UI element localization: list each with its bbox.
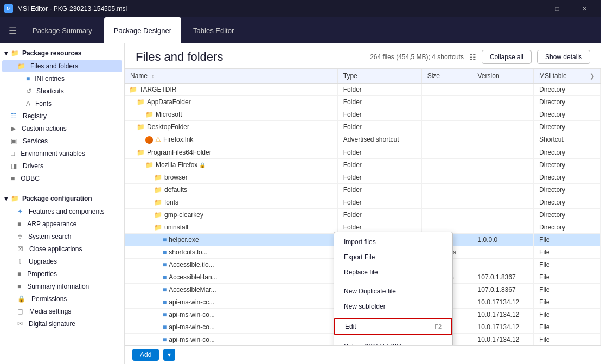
sidebar-item-fonts[interactable]: A Fonts	[2, 98, 122, 110]
context-menu-item-export-file[interactable]: Export File	[334, 250, 452, 265]
context-menu-item-replace-file[interactable]: Replace file	[334, 265, 452, 280]
row-file-icon: ■	[163, 273, 167, 281]
row-folder-icon: 📁	[137, 123, 145, 131]
sidebar-item-summary-info[interactable]: ■ Summary information	[2, 280, 122, 292]
table-row[interactable]: 📁ProgramFiles64FolderFolderDirectory	[125, 146, 601, 158]
cell-name: ■AccessibleHan...	[125, 271, 337, 283]
cell-type: Folder	[337, 108, 421, 121]
row-folder-icon: 📁	[154, 211, 162, 219]
cell-extra	[584, 333, 600, 345]
cell-extra	[584, 233, 600, 246]
col-scroll-right[interactable]: ❯	[584, 69, 600, 84]
sidebar-item-ini-entries[interactable]: ■ INI entries	[2, 73, 122, 85]
cell-version	[472, 221, 534, 233]
table-row[interactable]: 📁MicrosoftFolderDirectory	[125, 108, 601, 121]
sidebar-item-permissions[interactable]: 🔒 Permissions	[2, 293, 122, 305]
table-row[interactable]: 📁fontsFolderDirectory	[125, 196, 601, 208]
hamburger-menu[interactable]: ☰	[4, 21, 21, 40]
context-menu-item-import-files[interactable]: Import files	[334, 234, 452, 250]
cell-version	[472, 84, 534, 96]
app-icon: M	[4, 4, 13, 13]
col-header-version[interactable]: Version	[472, 69, 534, 84]
sidebar-item-properties[interactable]: ■ Properties	[2, 268, 122, 280]
upgrades-icon: ⇧	[17, 258, 23, 265]
main-content: Files and folders 264 files (454,5 MB); …	[125, 43, 601, 364]
sidebar-item-odbc[interactable]: ■ ODBC	[2, 173, 122, 184]
close-app-icon: ☒	[17, 245, 23, 253]
cell-name: 📁ProgramFiles64Folder	[125, 146, 337, 158]
odbc-icon: ■	[11, 175, 15, 182]
row-file-icon: ■	[163, 336, 167, 343]
table-row[interactable]: 📁Mozilla Firefox🔒FolderDirectory	[125, 158, 601, 171]
table-row[interactable]: 📁DesktopFolderFolderDirectory	[125, 121, 601, 133]
sidebar-item-custom-actions[interactable]: ▶ Custom actions	[2, 123, 122, 135]
sidebar-item-env-vars[interactable]: □ Environment variables	[2, 148, 122, 159]
row-folder-icon: 📁	[154, 186, 162, 194]
col-header-size[interactable]: Size	[421, 69, 472, 84]
col-header-msi[interactable]: MSI table	[534, 69, 584, 84]
table-row[interactable]: 📁gmp-clearkeyFolderDirectory	[125, 208, 601, 221]
files-header: Files and folders 264 files (454,5 MB); …	[125, 43, 601, 69]
cell-msi-table: Directory	[534, 96, 584, 108]
cell-name: ■shortcuts.lo...	[125, 246, 337, 258]
add-dropdown-button[interactable]: ▾	[163, 349, 175, 361]
cell-size	[421, 108, 472, 121]
cell-msi-table: File	[534, 283, 584, 296]
cell-type: Advertised shortcut	[337, 133, 421, 146]
cell-type: Folder	[337, 196, 421, 208]
col-header-type[interactable]: Type	[337, 69, 421, 84]
cell-version: 10.0.17134.12	[472, 296, 534, 308]
registry-icon: ☷	[11, 112, 17, 120]
sidebar-item-upgrades[interactable]: ⇧ Upgrades	[2, 256, 122, 267]
main-layout: ▾ 📁 Package resources 📁 Files and folder…	[0, 43, 601, 364]
sidebar-item-shortcuts[interactable]: ↺ Shortcuts	[2, 85, 122, 97]
cell-version: 107.0.1.8367	[472, 271, 534, 283]
sidebar-item-features-components[interactable]: ✦ Features and components	[2, 206, 122, 218]
row-folder-icon: 📁	[145, 111, 154, 118]
table-row[interactable]: 📁TARGETDIRFolderDirectory	[125, 84, 601, 96]
name-sort-icon[interactable]: ↕	[151, 73, 154, 79]
table-row[interactable]: ⚠Firefox.lnkAdvertised shortcutShortcut	[125, 133, 601, 146]
cell-msi-table: File	[534, 246, 584, 258]
sidebar-item-registry[interactable]: ☷ Registry	[2, 110, 122, 122]
sidebar-item-files-and-folders[interactable]: 📁 Files and folders	[2, 60, 122, 72]
media-icon: ▢	[17, 308, 23, 315]
filter-icon[interactable]: ☷	[469, 53, 476, 61]
add-button[interactable]: Add	[132, 349, 159, 361]
minimize-button[interactable]: −	[517, 0, 542, 17]
context-menu-item-new-subfolder[interactable]: New subfolder	[334, 299, 452, 314]
context-menu-item-edit[interactable]: Edit F2	[334, 318, 452, 335]
cell-name: ■AccessibleMar...	[125, 283, 337, 296]
sidebar-item-services[interactable]: ▣ Services	[2, 135, 122, 147]
sidebar-item-arp[interactable]: ■ ARP appearance	[2, 218, 122, 230]
sidebar-item-system-search[interactable]: ♰ System search	[2, 231, 122, 242]
table-row[interactable]: 📁AppDataFolderFolderDirectory	[125, 96, 601, 108]
tab-package-designer[interactable]: Package Designer	[104, 17, 181, 43]
tab-package-summary[interactable]: Package Summary	[23, 17, 102, 43]
cell-msi-table: Directory	[534, 108, 584, 121]
table-row[interactable]: 📁defaultsFolderDirectory	[125, 183, 601, 196]
table-row[interactable]: 📁browserFolderDirectory	[125, 171, 601, 183]
row-folder-icon: 📁	[137, 149, 145, 156]
collapse-all-button[interactable]: Collapse all	[482, 50, 532, 64]
sidebar-section-header-config[interactable]: ▾ 📁 Package configuration	[0, 192, 124, 205]
maximize-button[interactable]: □	[545, 0, 570, 17]
show-details-button[interactable]: Show details	[537, 50, 590, 64]
sidebar-item-digital-sig[interactable]: ✉ Digital signature	[2, 318, 122, 330]
cell-name: ■api-ms-win-co...	[125, 333, 337, 345]
cell-extra	[584, 321, 600, 333]
context-menu-item-new-duplicate[interactable]: New Duplicate file	[334, 284, 452, 299]
row-folder-icon: 📁	[145, 161, 154, 169]
col-header-name[interactable]: Name ↕	[125, 69, 337, 84]
context-menu-item-set-installdir[interactable]: Set as INSTALLDIR	[334, 339, 452, 345]
cell-name: 📁Mozilla Firefox🔒	[125, 158, 337, 171]
sidebar-item-drivers[interactable]: ◨ Drivers	[2, 160, 122, 172]
sidebar-section-header-resources[interactable]: ▾ 📁 Package resources	[0, 47, 124, 60]
cell-size	[421, 133, 472, 146]
tab-tables-editor[interactable]: Tables Editor	[183, 17, 244, 43]
sidebar-item-media-settings[interactable]: ▢ Media settings	[2, 305, 122, 317]
sidebar-item-close-apps[interactable]: ☒ Close applications	[2, 243, 122, 255]
close-button[interactable]: ✕	[572, 0, 597, 17]
cell-type: Folder	[337, 208, 421, 221]
folder-blue-icon: 📁	[17, 62, 25, 70]
